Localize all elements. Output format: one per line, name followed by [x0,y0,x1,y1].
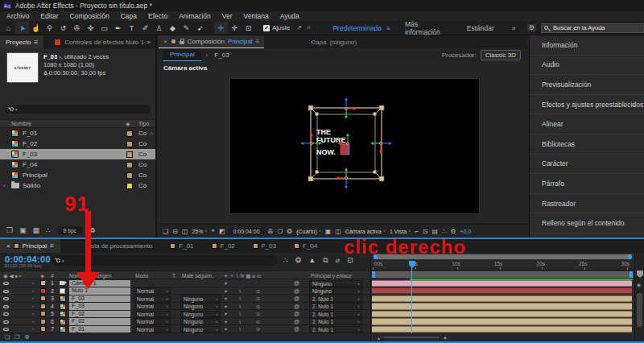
mask-visibility-icon[interactable]: ⌗ [307,24,311,32]
blend-mode-select[interactable]: Normal˅ [134,326,171,333]
menu-composicion[interactable]: Composición [70,12,109,20]
workspace-mas-informacion[interactable]: Más información [405,20,452,36]
motion-blur-switch-icon[interactable]: ⊙ [256,326,260,332]
label-color-chip[interactable] [126,130,133,137]
column-parent-link[interactable]: Principal y enlace [311,273,352,279]
shy-switch-icon[interactable]: ✦ [224,326,228,332]
parent-link-select[interactable]: 2. Nulo 1˅ [309,295,362,303]
workspace-menu-icon[interactable]: ≡ [386,24,390,32]
resolution-select[interactable]: (Cuarto)˅ [296,229,321,234]
visibility-eye-icon[interactable] [3,305,9,308]
navigator-end-handle[interactable] [628,254,632,259]
layer-source-name[interactable]: F_02 [69,311,130,318]
exposure-value[interactable]: +0,0 [460,229,471,234]
track-matte-select[interactable]: Ninguno˅ [180,303,221,310]
quality-switch-icon[interactable]: ∖ [238,295,242,301]
column-number[interactable]: # [51,273,54,279]
panel-menu-icon[interactable]: ≡ [256,38,260,45]
layer-source-name[interactable]: F_03 [69,303,130,310]
panel-rastreador[interactable]: Rastreador [530,194,644,214]
parent-link-select[interactable]: 2. Nulo 1˅ [309,303,362,310]
workspace-estandar[interactable]: Estándar [467,24,494,32]
project-item-f-03[interactable]: F_03Co [0,149,155,159]
panel-menu-icon[interactable]: ≡ [632,101,636,109]
work-area-start-handle[interactable] [372,271,375,278]
timeline-tab-principal[interactable]: ×Principal≡ [0,239,60,253]
panel-informacion[interactable]: Información [530,35,644,56]
label-column-icon[interactable]: ◈ [126,121,130,127]
layer-row-f-03-3[interactable]: ›3F_03Normal˅Ninguno˅✦∖⊙@2. Nulo 1˅ [0,295,370,303]
viewer-timecode[interactable]: 0:00:04:00 [229,228,263,235]
shape-tool[interactable]: ▭ [97,22,111,34]
motion-blur-switch-icon[interactable]: ⊙ [256,311,260,316]
timeline-tab-f-03[interactable]: F_03 [246,239,283,253]
zoom-in-icon[interactable]: ▲ [443,335,448,340]
layer-source-name[interactable]: F_01 [69,326,130,333]
project-settings-icon[interactable]: ∴ [46,226,51,234]
label-color-chip[interactable] [126,151,133,158]
parent-pickwhip-icon[interactable]: @ [294,311,299,316]
track-matte-select[interactable]: Ninguno˅ [180,311,221,318]
visibility-eye-icon[interactable] [3,290,9,293]
expand-layer-switches-icon[interactable]: ❏ [5,334,10,341]
timeline-tab-f-02[interactable]: F_02 [205,239,242,253]
panel-menu-icon[interactable]: ≡ [35,39,39,46]
help-search-input[interactable] [541,23,644,33]
panel-relleno-segun-el-contenido[interactable]: Relleno según el contenido [530,213,644,233]
eraser-tool[interactable]: ◆ [166,22,180,34]
work-area-end-handle[interactable] [630,271,633,278]
composition-marker-icon[interactable]: ◈ [637,282,641,288]
workspace-predeterminado[interactable]: Predeterminado [332,24,381,32]
monitor-icon[interactable]: ⊟ [172,228,178,235]
visibility-eye-icon[interactable] [3,297,9,300]
mini-timeline-icon[interactable]: ▤ [432,228,439,235]
snapshot-icon[interactable]: ✇ [268,228,274,235]
layer-label-chip[interactable] [40,288,46,294]
panel-efectos-y-ajustes-preestablecidos[interactable]: Efectos y ajustes preestablecidos≡ [530,95,644,115]
blend-mode-select[interactable]: Normal˅ [134,295,171,303]
region-of-interest-icon[interactable]: ⌖ [211,227,215,235]
new-composition-icon[interactable]: ▦ [33,226,40,234]
panel-alinear[interactable]: Alinear [530,114,644,134]
tab-proyecto[interactable]: Proyecto ≡ [0,35,43,48]
layer-row-f-02-6[interactable]: ›6F_02Normal˅Ninguno˅✦∖⊙@2. Nulo 1˅ [0,318,370,326]
menu-efecto[interactable]: Efecto [148,12,167,20]
target-region-icon[interactable]: ▣ [325,228,332,235]
layer-label-chip[interactable] [40,280,46,286]
expander-chevron-icon[interactable]: › [32,304,34,308]
parent-link-select[interactable]: Ninguno˅ [309,280,362,287]
expander-chevron-icon[interactable]: › [32,326,34,331]
quality-switch-icon[interactable]: ∖ [238,304,242,309]
roto-brush-tool[interactable]: ✎ [180,22,193,34]
type-tool[interactable]: T [125,22,138,34]
shy-switch-icon[interactable]: ✦ [224,280,228,286]
reset-exposure-icon[interactable]: ⚙ [450,228,456,235]
project-item-f-04[interactable]: F_04Co [0,159,155,170]
composition-viewer[interactable]: THE FUTURE NOW. [229,78,480,214]
mini-flowchart-icon[interactable]: ∴ [442,228,446,235]
viewer-tab-principal[interactable]: Principal [163,49,201,61]
project-item-principal[interactable]: PrincipalCo [0,170,155,180]
layer-label-chip[interactable] [40,304,46,309]
view-select[interactable]: Cámara activa˅ [345,229,386,234]
timeline-zoom-slider[interactable] [383,337,440,338]
label-color-chip[interactable] [126,141,133,147]
visibility-eye-icon[interactable] [3,312,9,316]
motion-blur-icon[interactable]: ⌀ [336,256,340,265]
motion-blur-switch-icon[interactable]: ⊙ [256,295,260,301]
column-mode[interactable]: Modo [135,273,148,279]
motion-blur-switch-icon[interactable]: ⊙ [256,304,260,309]
lock-icon[interactable] [180,41,184,44]
world-axis-mode[interactable]: ✛ [228,22,242,34]
view-axis-mode[interactable]: ⊡ [242,22,255,34]
transparency-grid-icon[interactable]: ◩ [219,228,225,235]
shy-switch-icon[interactable]: ✦ [224,288,228,294]
local-axis-mode[interactable]: ✛ [214,22,228,34]
vertical-scrollbar[interactable] [637,293,642,327]
menu-ventana[interactable]: Ventana [244,12,269,20]
panel-bibliotecas[interactable]: Bibliotecas [530,134,644,155]
brush-tool[interactable]: ✐ [138,22,152,34]
show-channels-icon[interactable]: ❂ [287,228,292,235]
parent-link-select[interactable]: 2. Nulo 1˅ [309,318,362,325]
hide-shy-layers-icon[interactable]: ▲ [308,256,316,265]
